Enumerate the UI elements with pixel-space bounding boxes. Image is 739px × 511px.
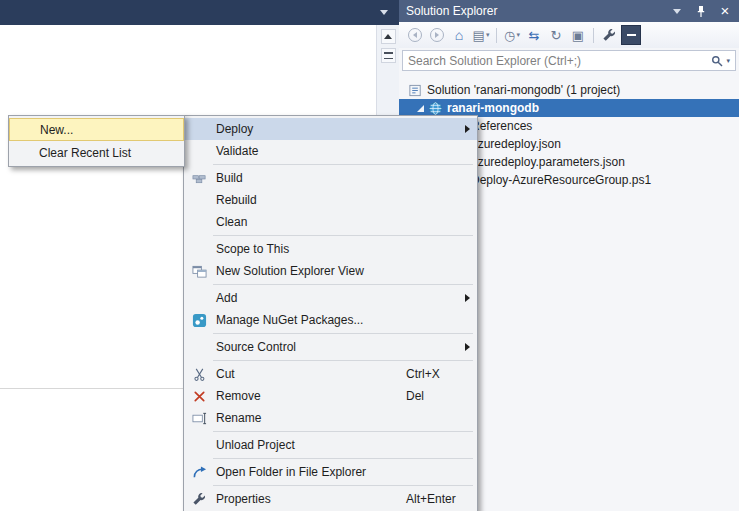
menu-item-unload-project[interactable]: Unload Project [184,434,477,456]
window-position-icon[interactable] [670,4,684,18]
tree-item-label: References [471,119,532,133]
tree-item-solution-ranari-mongodb-1-project[interactable]: Solution 'ranari-mongodb' (1 project) [399,81,739,99]
triangle-up-icon [384,34,392,39]
scroll-up-button[interactable] [381,29,396,44]
deploy-submenu: New...Clear Recent List [8,115,185,167]
menu-item-new[interactable]: New... [9,118,184,141]
menu-item-shortcut: Ctrl+X [406,367,440,381]
project-context-menu: DeployValidateBuildRebuildCleanScope to … [183,115,478,511]
menu-item-manage-nuget-packages[interactable]: Manage NuGet Packages... [184,309,477,331]
search-controls[interactable]: ▾ [711,55,730,67]
menu-item-label: Validate [216,144,258,158]
menu-item-remove[interactable]: RemoveDel [184,385,477,407]
menu-item-label: New Solution Explorer View [216,264,364,278]
menu-item-clean[interactable]: Clean [184,211,477,233]
submenu-arrow-icon [465,125,470,133]
collapse-all-icon[interactable]: ▣ [568,25,588,45]
back-icon[interactable] [405,25,425,45]
tree-item-label: ranari-mongodb [447,101,539,115]
search-bar: Search Solution Explorer (Ctrl+;) ▾ [399,48,739,73]
menu-separator [213,431,473,432]
menu-item-label: Build [216,171,243,185]
menu-item-label: Rebuild [216,193,257,207]
menu-separator [213,458,473,459]
menu-item-label: Manage NuGet Packages... [216,313,363,327]
menu-item-shortcut: Alt+Enter [406,492,456,506]
panel-title: Solution Explorer [406,4,660,18]
solution-explorer-toolbar: ⌂▤▾◷▾⇆↻▣ [399,22,739,48]
menu-item-label: Deploy [216,122,253,136]
tree-item-label: Deploy-AzureResourceGroup.ps1 [471,173,651,187]
preview-selected-items-icon[interactable] [621,25,641,45]
switch-views-icon[interactable]: ▤▾ [471,25,491,45]
menu-item-source-control[interactable]: Source Control [184,336,477,358]
document-well-bar [0,0,399,25]
menu-item-scope-to-this[interactable]: Scope to This [184,238,477,260]
menu-item-label: Properties [216,492,271,506]
vs-main-window: Solution Explorer × ⌂▤▾◷▾⇆↻▣ Search Solu… [0,0,739,511]
chevron-down-icon: ▾ [726,57,730,65]
home-icon[interactable]: ⌂ [449,25,469,45]
menu-separator [213,360,473,361]
menu-item-label: Unload Project [216,438,295,452]
forward-icon[interactable] [427,25,447,45]
cut-icon [191,366,207,382]
open-folder-icon [191,464,207,480]
solution-explorer-titlebar[interactable]: Solution Explorer × [399,0,739,22]
menu-item-label: Cut [216,367,235,381]
menu-item-label: Open Folder in File Explorer [216,465,366,479]
sync-with-active-document-icon[interactable]: ⇆ [524,25,544,45]
toolbar-separator [496,28,497,43]
tree-item-label: azuredeploy.parameters.json [471,155,625,169]
menu-item-cut[interactable]: CutCtrl+X [184,363,477,385]
refresh-icon[interactable]: ↻ [546,25,566,45]
search-icon [711,55,723,67]
splitter-handle[interactable] [381,48,396,63]
nuget-icon [191,312,207,328]
submenu-arrow-icon [465,294,470,302]
menu-item-add[interactable]: Add [184,287,477,309]
toolbar-separator [593,28,594,43]
menu-separator [213,164,473,165]
menu-item-shortcut: Del [406,389,424,403]
search-input[interactable]: Search Solution Explorer (Ctrl+;) [408,54,711,68]
menu-item-label: New... [40,123,73,137]
remove-icon [191,388,207,404]
search-box[interactable]: Search Solution Explorer (Ctrl+;) ▾ [402,50,736,71]
pending-changes-filter-icon[interactable]: ◷▾ [502,25,522,45]
menu-separator [213,485,473,486]
menu-item-properties[interactable]: PropertiesAlt+Enter [184,488,477,510]
close-icon[interactable]: × [718,4,732,18]
menu-item-label: Clear Recent List [39,146,131,160]
menu-item-rename[interactable]: Rename [184,407,477,429]
properties-icon [191,491,207,507]
build-icon [191,170,207,186]
menu-item-open-folder-in-file-explorer[interactable]: Open Folder in File Explorer [184,461,477,483]
expander-icon[interactable] [417,105,424,112]
properties-icon[interactable] [599,25,619,45]
tree-item-label: Solution 'ranari-mongodb' (1 project) [427,83,620,97]
menu-item-deploy[interactable]: Deploy [184,118,477,140]
menu-separator [213,333,473,334]
solution-icon [407,82,423,98]
menu-item-clear-recent-list[interactable]: Clear Recent List [9,141,184,164]
chevron-down-icon[interactable] [380,10,388,15]
azure-project-icon [427,100,443,116]
menu-item-validate[interactable]: Validate [184,140,477,162]
menu-item-new-solution-explorer-view[interactable]: New Solution Explorer View [184,260,477,282]
menu-item-label: Remove [216,389,261,403]
tree-item-label: azuredeploy.json [471,137,561,151]
menu-item-rebuild[interactable]: Rebuild [184,189,477,211]
menu-item-label: Add [216,291,237,305]
menu-item-label: Rename [216,411,261,425]
menu-item-label: Clean [216,215,247,229]
menu-separator [213,235,473,236]
menu-item-build[interactable]: Build [184,167,477,189]
pin-icon[interactable] [694,4,708,18]
submenu-arrow-icon [465,343,470,351]
menu-separator [213,284,473,285]
new-solution-explorer-view-icon [191,263,207,279]
menu-item-label: Scope to This [216,242,289,256]
splitter-grip-icon [384,52,393,59]
menu-item-label: Source Control [216,340,296,354]
